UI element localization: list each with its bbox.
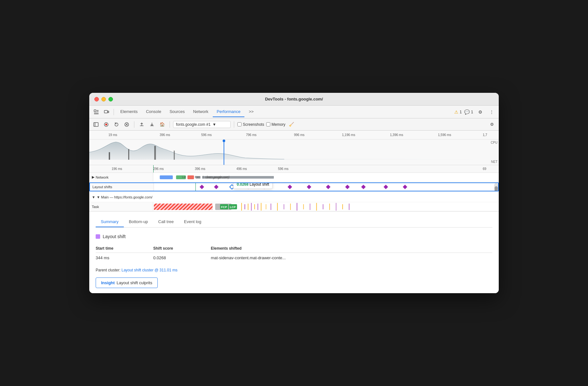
svg-rect-7 [109, 152, 110, 160]
svg-rect-0 [94, 110, 96, 112]
tab-call-tree[interactable]: Call tree [153, 217, 179, 227]
shift-score-value: 0.0268 [153, 253, 211, 263]
detail-tick-1: 296 ms [153, 167, 164, 171]
svg-rect-41 [323, 204, 323, 209]
timeline-area: 19 ms 396 ms 596 ms 796 ms 996 ms 1,196 … [89, 131, 499, 212]
network-track-label: ▶ Network [89, 173, 153, 181]
tooltip-label: Layout shift [250, 183, 269, 187]
tab-bottom-up[interactable]: Bottom-up [124, 217, 153, 227]
table-row: 344 ms 0.0268 mat-sidenav-content.mat-dr… [96, 253, 492, 263]
svg-rect-11 [160, 175, 173, 179]
download-icon[interactable] [148, 120, 156, 129]
tab-sources[interactable]: Sources [166, 107, 189, 117]
reload-icon[interactable] [112, 120, 121, 129]
cleanup-icon[interactable]: 🧹 [287, 120, 296, 129]
ruler-tick-2: 596 ms [201, 133, 212, 137]
svg-text:FCP: FCP [221, 205, 227, 209]
more-icon[interactable]: ⋮ [487, 108, 496, 117]
svg-rect-38 [303, 204, 304, 209]
network-label-fan: Fan [195, 175, 200, 179]
layout-shifts-content[interactable]: 0.0268 Layout shift [154, 183, 498, 191]
url-selector[interactable]: fonts.google.com #1 ▼ [173, 121, 231, 128]
svg-text:LCP: LCP [230, 205, 235, 209]
clear-icon[interactable] [123, 120, 131, 129]
timeline-overview[interactable]: CPU NET [89, 140, 499, 165]
tab-console[interactable]: Console [142, 107, 165, 117]
net-label: NET [491, 160, 497, 164]
svg-rect-33 [271, 204, 271, 210]
ruler-tick-6: 1,396 ms [390, 133, 403, 137]
memory-checkbox[interactable] [266, 122, 270, 126]
record-icon[interactable] [102, 120, 110, 129]
sidebar-toggle-icon[interactable] [92, 120, 100, 129]
main-section-label: ▼ Main — https://fonts.google.com/ [97, 195, 153, 199]
ruler-tick-5: 1,196 ms [342, 133, 355, 137]
svg-rect-10 [174, 151, 175, 160]
warning-count: 1 [460, 110, 462, 114]
svg-rect-13 [187, 175, 194, 179]
detail-tick-4: 596 ms [278, 167, 289, 171]
upload-icon[interactable] [138, 120, 146, 129]
traffic-lights [94, 97, 113, 101]
svg-point-5 [105, 124, 107, 125]
separator2 [134, 121, 134, 128]
tab-elements[interactable]: Elements [116, 107, 141, 117]
insight-button[interactable]: Insight Layout shift culprits [96, 277, 158, 288]
network-track: ▶ Network fonts.google.com) Lar Fan |...… [89, 173, 499, 182]
event-title: Layout shift [103, 234, 126, 239]
scrollbar-track[interactable] [494, 183, 498, 191]
warning-badge[interactable]: ⚠ 1 [454, 109, 462, 115]
network-track-content[interactable]: fonts.google.com) Lar Fan |... fonts.goo… [153, 173, 499, 181]
maximize-button[interactable] [108, 97, 113, 101]
svg-rect-37 [297, 203, 297, 211]
home-icon[interactable]: 🏠 [158, 120, 166, 129]
settings-icon[interactable]: ⚙ [476, 108, 485, 117]
diamond-11[interactable] [403, 185, 407, 189]
diamond-8[interactable] [345, 185, 350, 189]
inspector-icon[interactable] [92, 108, 101, 117]
network-arrow: ▶ [92, 175, 94, 179]
main-arrow: ▼ [92, 195, 95, 199]
diamond-2[interactable] [214, 185, 219, 189]
elements-shifted-value[interactable]: mat-sidenav-content.mat-drawer-conte... [211, 253, 492, 263]
cluster-link[interactable]: Layout shift cluster @ 311.01 ms [122, 268, 178, 272]
diamond-5[interactable] [288, 185, 292, 189]
network-label-url: |... fonts.google.com) [203, 175, 230, 179]
tab-performance[interactable]: Performance [213, 107, 244, 117]
bottom-panel: Summary Bottom-up Call tree Event log La… [89, 212, 499, 293]
svg-rect-34 [277, 203, 278, 211]
svg-rect-27 [248, 204, 248, 210]
diamond-7[interactable] [326, 185, 330, 189]
task-label: Task [89, 202, 153, 211]
screenshots-checkbox[interactable] [237, 122, 242, 126]
tab-event-log[interactable]: Event log [179, 217, 206, 227]
data-table: Start time Shift score Elements shifted … [96, 244, 492, 263]
message-badge[interactable]: 💬 1 [464, 109, 473, 115]
diamond-1[interactable] [200, 185, 204, 189]
detail-tick-2: 396 ms [195, 167, 205, 171]
diamond-9[interactable] [361, 185, 366, 189]
minimize-button[interactable] [101, 97, 106, 101]
tab-network[interactable]: Network [189, 107, 212, 117]
task-text: Task [92, 205, 99, 209]
diamond-10[interactable] [384, 185, 388, 189]
device-toggle-icon[interactable] [102, 108, 111, 117]
message-icon: 💬 [464, 109, 470, 115]
tab-summary[interactable]: Summary [96, 217, 124, 227]
svg-rect-36 [290, 204, 291, 210]
svg-rect-43 [336, 203, 337, 211]
devtools-window: DevTools - fonts.google.com/ Elements Co… [89, 93, 499, 293]
svg-rect-8 [128, 149, 129, 160]
svg-rect-9 [154, 146, 156, 160]
diamond-6[interactable] [307, 185, 311, 189]
tab-more[interactable]: >> [245, 107, 258, 117]
panel-tabs: Summary Bottom-up Call tree Event log [96, 217, 492, 228]
scrubber[interactable] [224, 140, 224, 165]
svg-rect-30 [258, 204, 258, 210]
close-button[interactable] [94, 97, 99, 101]
perf-settings-icon[interactable]: ⚙ [488, 120, 496, 129]
task-content[interactable]: FCP LCP [153, 202, 499, 211]
timeline-ruler: 19 ms 396 ms 596 ms 796 ms 996 ms 1,196 … [89, 131, 499, 140]
scrollbar-thumb[interactable] [495, 186, 498, 191]
ruler-tick-8: 1,7 [483, 133, 487, 137]
